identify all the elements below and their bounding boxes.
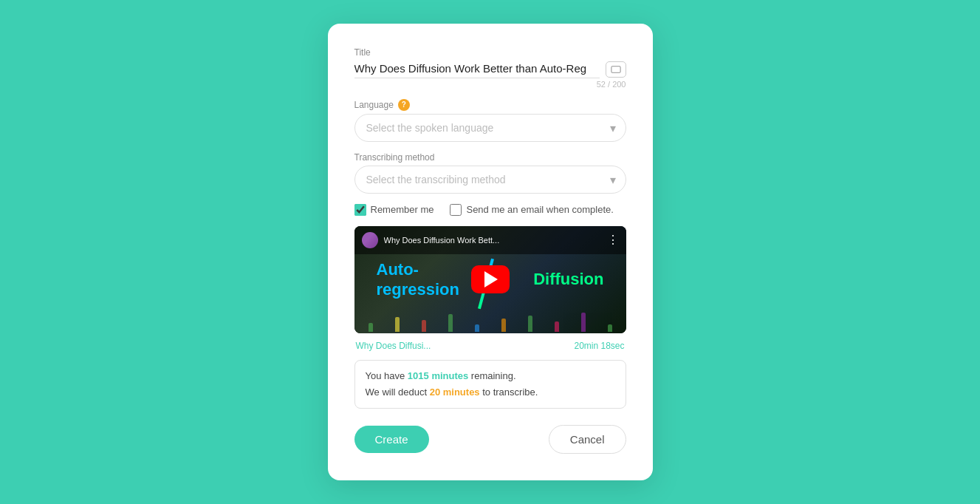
cancel-button[interactable]: Cancel xyxy=(549,425,626,454)
email-notify-checkbox[interactable] xyxy=(450,204,462,216)
language-dropdown[interactable] xyxy=(354,114,626,142)
video-link[interactable]: Why Does Diffusi... xyxy=(356,341,431,351)
bar-8 xyxy=(555,321,559,332)
play-triangle xyxy=(484,271,498,287)
bar-1 xyxy=(369,323,373,332)
remember-me-checkbox[interactable] xyxy=(354,204,366,216)
bar-6 xyxy=(501,319,506,332)
title-input[interactable] xyxy=(354,61,600,78)
video-bar-chart xyxy=(354,304,626,333)
language-label: Language xyxy=(354,100,394,110)
svg-rect-0 xyxy=(611,67,620,73)
title-icon-button[interactable] xyxy=(606,61,626,78)
info-deduct-prefix: We will deduct xyxy=(366,386,430,398)
bar-9 xyxy=(581,313,586,332)
bar-7 xyxy=(528,316,532,332)
info-remaining-minutes: 1015 minutes xyxy=(408,370,468,381)
title-label: Title xyxy=(354,47,626,58)
transcribing-label: Transcribing method xyxy=(354,152,626,163)
video-duration: 20min 18sec xyxy=(574,341,624,351)
video-thumbnail[interactable]: Why Does Diffusion Work Bett... ⋮ Auto-r… xyxy=(354,226,626,333)
help-icon[interactable]: ? xyxy=(398,99,410,111)
remember-me-label: Remember me xyxy=(371,204,434,215)
bar-3 xyxy=(422,320,426,332)
char-count: 52 / 200 xyxy=(354,80,626,89)
checkboxes-row: Remember me Send me an email when comple… xyxy=(354,204,626,216)
language-dropdown-wrapper: ▾ Select the spoken language xyxy=(354,114,626,142)
email-notify-label: Send me an email when complete. xyxy=(466,204,613,215)
video-footer: Why Does Diffusi... 20min 18sec xyxy=(354,341,626,351)
play-button[interactable] xyxy=(471,265,510,293)
transcribing-dropdown[interactable] xyxy=(354,166,626,194)
bar-4 xyxy=(448,314,453,332)
email-notify-item[interactable]: Send me an email when complete. xyxy=(450,204,613,216)
bar-5 xyxy=(475,324,479,332)
create-button[interactable]: Create xyxy=(354,426,429,453)
info-remaining-suffix: remaining. xyxy=(468,370,515,381)
info-remaining-prefix: You have xyxy=(366,370,408,381)
remember-me-item[interactable]: Remember me xyxy=(354,204,434,216)
info-box: You have 1015 minutes remaining. We will… xyxy=(354,360,626,409)
transcribe-modal: Title 52 / 200 Language ? ▾ Select the s… xyxy=(328,24,653,480)
transcribing-dropdown-wrapper: ▾ Select the transcribing method xyxy=(354,166,626,194)
bar-2 xyxy=(395,317,400,332)
buttons-row: Create Cancel xyxy=(354,425,626,454)
bar-10 xyxy=(608,324,612,332)
info-deduct-minutes: 20 minutes xyxy=(430,386,480,398)
info-deduct-suffix: to transcribe. xyxy=(480,386,538,398)
